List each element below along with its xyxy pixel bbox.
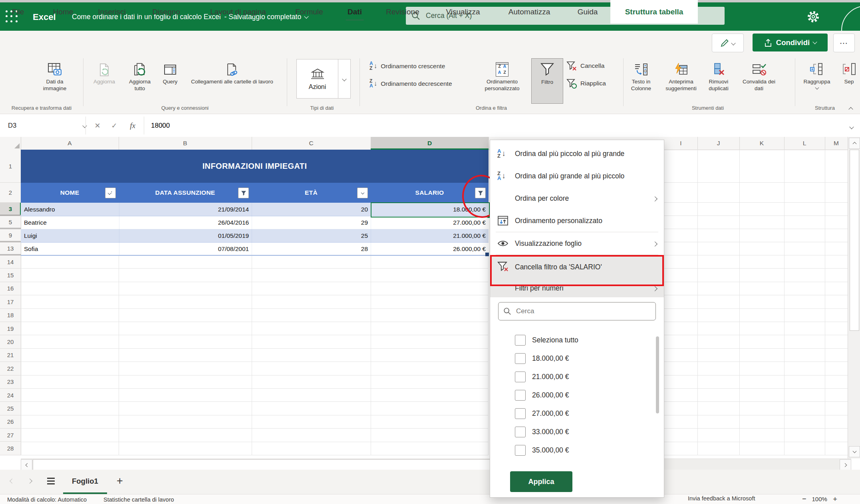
zoom-level[interactable]: 100% [812,496,827,502]
row-header-5[interactable]: 5 [0,216,21,229]
ordinamento-crescente-button[interactable]: AZ↓ Ordinamento crescente [369,61,445,71]
add-sheet-button[interactable]: + [117,470,123,492]
editing-mode-button[interactable] [712,34,744,52]
rimuovi-duplicati-button[interactable]: Rimuovi duplicati [699,58,738,103]
filter-option-26000[interactable]: 26.000,00 € [490,386,664,404]
collegamenti-button[interactable]: Collegamenti alle cartelle di lavoro [186,58,278,103]
row-header-25[interactable]: 25 [0,402,21,415]
vertical-scroll-thumb[interactable] [850,150,859,331]
row-header-2[interactable]: 2 [0,183,21,203]
row-header-15[interactable]: 15 [0,269,21,282]
zoom-out-icon[interactable]: − [802,495,806,503]
tab-automatizza[interactable]: Automatizza [508,0,550,24]
menu-item-sort-by-color[interactable]: Ordina per colore [490,187,664,210]
cell-c13-age[interactable]: 28 [252,242,371,255]
tab-struttura-tabella[interactable]: Struttura tabella [610,0,698,24]
cell-a13-name[interactable]: Sofia [21,242,119,255]
filter-button-nome-sorted[interactable]: ↑ [105,188,116,198]
tab-inserisci[interactable]: Inserisci [98,0,126,24]
column-header-b[interactable]: B [119,137,252,150]
prev-sheet-button[interactable] [10,470,14,492]
testo-in-colonne-button[interactable]: Testo in Colonne [622,58,660,103]
horizontal-scrollbar[interactable] [21,459,851,470]
menu-item-clear-filter-salario[interactable]: Cancella filtro da 'SALARIO' [490,255,664,279]
feedback-link[interactable]: Invia feedback a Microsoft [688,495,755,502]
query-button[interactable]: Query [154,58,186,103]
column-header-j[interactable]: J [697,137,740,150]
column-header-k[interactable]: K [739,137,785,150]
filter-option-select-all[interactable]: Seleziona tutto [490,331,664,349]
cell-b13-date[interactable]: 07/08/2001 [119,242,252,255]
cell-b3-date[interactable]: 21/09/2014 [119,203,252,216]
row-header-23[interactable]: 23 [0,376,21,389]
tab-dati[interactable]: Dati [348,0,362,24]
column-header-i[interactable]: I [664,137,698,150]
tab-layout[interactable]: Layout di pagina [210,0,266,24]
dati-da-immagine-button[interactable]: Dati da immagine [31,58,79,103]
convalida-dati-button[interactable]: Convalida dei dati [737,58,781,103]
vertical-scrollbar[interactable] [848,137,860,459]
cell-d9-salary[interactable]: 21.000,00 € [371,229,489,242]
cancel-entry-button[interactable]: ✕ [89,117,105,134]
table-resize-handle[interactable] [485,253,489,256]
row-header-24[interactable]: 24 [0,389,21,402]
tab-disegno[interactable]: Disegno [152,0,180,24]
scroll-up-button[interactable] [849,138,860,149]
row-header-18[interactable]: 18 [0,309,21,322]
tab-home[interactable]: Home [53,0,73,24]
tab-file[interactable]: File [12,0,24,24]
apply-button[interactable]: Applica [510,471,572,492]
menu-item-number-filters[interactable]: Filtri per numeri [490,279,664,297]
collapse-ribbon-button[interactable] [849,105,852,113]
azioni-chevron[interactable] [338,59,350,98]
tab-formule[interactable]: Formule [295,0,323,24]
filtro-button[interactable]: Filtro [531,58,563,104]
checkbox[interactable] [515,390,526,401]
filter-search-input[interactable] [515,307,637,316]
cell-b5-date[interactable]: 26/04/2016 [119,216,252,229]
name-box[interactable]: D3 [3,117,91,134]
checkbox[interactable] [515,408,526,419]
row-header-27[interactable]: 27 [0,429,21,442]
menu-item-sort-largest[interactable]: ZA↓ Ordina dal più grande al più piccolo [490,165,664,187]
column-header-d[interactable]: D [371,137,489,150]
filter-list-scroll-thumb[interactable] [656,336,659,413]
separa-button[interactable]: Sep [838,58,860,103]
filter-option-21000[interactable]: 21.000,00 € [490,368,664,386]
menu-item-sheet-view[interactable]: Visualizzazione foglio [490,232,664,255]
aggiorna-button[interactable]: Aggiorna [84,58,124,103]
checkbox[interactable] [515,427,526,437]
row-header-13[interactable]: 13 [0,242,21,255]
sheet-tab-foglio1[interactable]: Foglio1 [63,470,107,494]
next-sheet-button[interactable] [28,470,32,492]
row-header-14[interactable]: 14 [0,255,21,269]
row-header-19[interactable]: 19 [0,322,21,335]
filter-button-salario-filtered[interactable] [475,188,486,198]
tab-visualizza[interactable]: Visualizza [446,0,480,24]
row-header-28[interactable]: 28 [0,442,21,455]
row-header-9[interactable]: 9 [0,229,21,242]
column-header-a[interactable]: A [21,137,119,150]
cell-c3-age[interactable]: 20 [252,203,371,216]
row-header-22[interactable]: 22 [0,362,21,375]
filter-option-18000[interactable]: 18.000,00 € [490,349,664,368]
cell-a3-name[interactable]: Alessandro [21,203,119,216]
workbook-stats-button[interactable]: Statistiche cartella di lavoro [103,496,174,503]
formula-input[interactable]: 18000 [151,117,170,134]
filter-option-33000[interactable]: 33.000,00 € [490,423,664,441]
cell-a5-name[interactable]: Beatrice [21,216,119,229]
ordinamento-personalizzato-button[interactable]: ZAAZ Ordinamento personalizzato [478,58,526,103]
column-header-c[interactable]: C [252,137,371,150]
scroll-left-button[interactable] [21,459,32,470]
anteprima-suggerimenti-button[interactable]: Anteprima suggerimenti [661,58,701,103]
empty-grid-left[interactable] [21,255,489,455]
row-header-17[interactable]: 17 [0,295,21,308]
aggiorna-tutto-button[interactable]: Aggiorna tutto [120,58,160,103]
checkbox[interactable] [515,353,526,364]
insert-function-button[interactable]: fx [125,117,141,134]
column-header-l[interactable]: L [784,137,825,150]
row-header-1[interactable]: 1 [0,150,21,183]
checkbox[interactable] [515,372,526,382]
table-title-banner[interactable]: INFORMAZIONI IMPIEGATI [21,150,489,183]
more-options-button[interactable]: ⋯ [833,34,855,52]
